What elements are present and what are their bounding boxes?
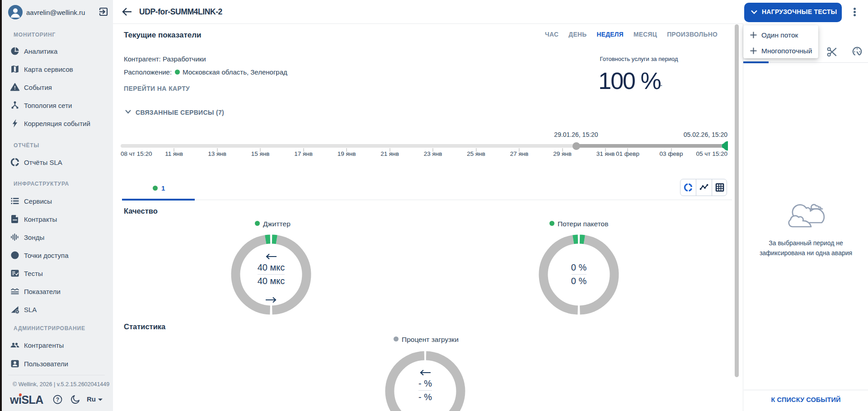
svg-text:?: ? [56,397,59,403]
